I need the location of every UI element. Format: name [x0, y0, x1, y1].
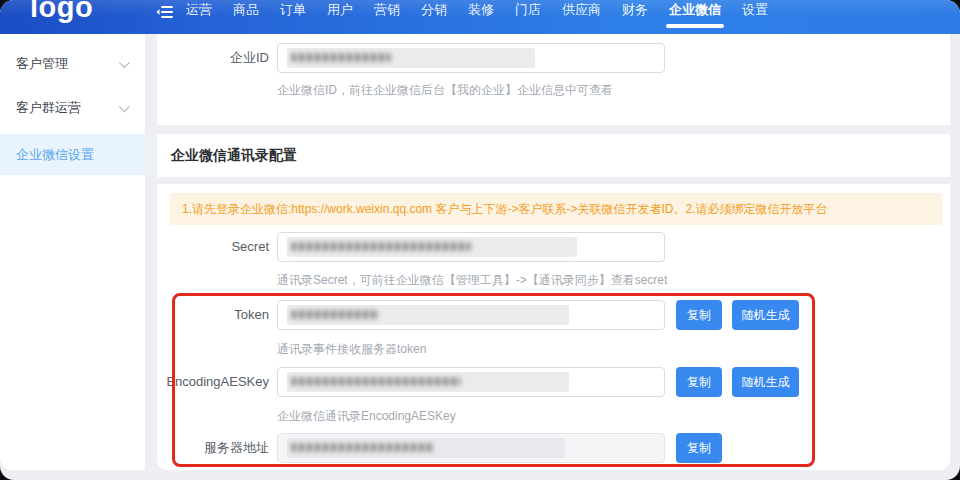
nav-item-marketing[interactable]: 营销 [374, 2, 400, 17]
top-navbar: logo 运营 商品 订单 用户 营销 分销 装修 门店 供应商 财务 企业微信… [0, 0, 960, 34]
sidebar-item-customer-management[interactable]: 客户管理 [0, 42, 145, 86]
nav-item-suppliers[interactable]: 供应商 [562, 2, 601, 17]
encoding-aes-key-label: EncodingAESKey [157, 367, 269, 397]
secret-help: 通讯录Secret，可前往企业微信【管理工具】->【通讯录同步】查看secret [277, 272, 667, 289]
redacted-value [287, 48, 535, 68]
redacted-value [287, 372, 569, 392]
app-window: logo 运营 商品 订单 用户 营销 分销 装修 门店 供应商 财务 企业微信… [0, 0, 960, 480]
token-input[interactable] [277, 300, 665, 330]
server-url-label: 服务器地址 [157, 433, 269, 463]
aes-random-generate-button[interactable]: 随机生成 [732, 367, 799, 397]
contacts-config-card: 1.请先登录企业微信:https://work.weixin.qq.com 客户… [157, 184, 950, 470]
collapse-menu-icon[interactable] [156, 4, 174, 20]
nav-item-users[interactable]: 用户 [327, 2, 353, 17]
redacted-value [287, 438, 565, 458]
nav-item-wecom[interactable]: 企业微信 [669, 2, 721, 17]
token-help: 通讯录事件接收服务器token [277, 341, 426, 358]
encoding-aes-key-input[interactable] [277, 367, 665, 397]
corp-id-input[interactable] [277, 43, 665, 73]
chevron-down-icon [119, 57, 130, 68]
sidebar-item-label: 客户群运营 [16, 99, 81, 117]
token-random-generate-button[interactable]: 随机生成 [732, 300, 799, 330]
corp-id-card: 企业ID 企业微信ID，前往企业微信后台【我的企业】企业信息中可查看 [157, 34, 950, 125]
corp-id-help: 企业微信ID，前往企业微信后台【我的企业】企业信息中可查看 [277, 82, 613, 99]
warning-notice: 1.请先登录企业微信:https://work.weixin.qq.com 客户… [170, 193, 942, 225]
sidebar-item-customer-group-operations[interactable]: 客户群运营 [0, 86, 145, 130]
token-label: Token [157, 300, 269, 330]
encoding-aes-key-help: 企业微信通讯录EncodingAESKey [277, 408, 456, 425]
nav-item-distribution[interactable]: 分销 [421, 2, 447, 17]
nav-item-products[interactable]: 商品 [233, 2, 259, 17]
nav-item-operations[interactable]: 运营 [186, 2, 212, 17]
sidebar-item-label: 客户管理 [16, 55, 68, 73]
nav-item-decoration[interactable]: 装修 [468, 2, 494, 17]
nav-item-settings[interactable]: 设置 [742, 2, 768, 17]
redacted-value [287, 237, 577, 257]
secret-input[interactable] [277, 232, 665, 262]
nav-menu: 运营 商品 订单 用户 营销 分销 装修 门店 供应商 财务 企业微信 设置 [186, 2, 768, 17]
redacted-value [287, 305, 569, 325]
chevron-down-icon [119, 101, 130, 112]
nav-item-stores[interactable]: 门店 [515, 2, 541, 17]
sidebar-item-label: 企业微信设置 [16, 146, 94, 164]
aes-copy-button[interactable]: 复制 [676, 367, 722, 397]
nav-item-finance[interactable]: 财务 [622, 2, 648, 17]
sidebar-item-wecom-settings[interactable]: 企业微信设置 [0, 134, 145, 175]
server-url-input [277, 433, 665, 463]
logo: logo [30, 0, 93, 24]
sidebar: 客户管理 客户群运营 企业微信设置 [0, 34, 145, 470]
section-header-card: 企业微信通讯录配置 [157, 134, 950, 177]
secret-label: Secret [157, 232, 269, 262]
token-copy-button[interactable]: 复制 [676, 300, 722, 330]
nav-item-orders[interactable]: 订单 [280, 2, 306, 17]
section-title: 企业微信通讯录配置 [171, 147, 297, 165]
corp-id-label: 企业ID [157, 43, 269, 73]
server-url-copy-button[interactable]: 复制 [676, 433, 722, 463]
